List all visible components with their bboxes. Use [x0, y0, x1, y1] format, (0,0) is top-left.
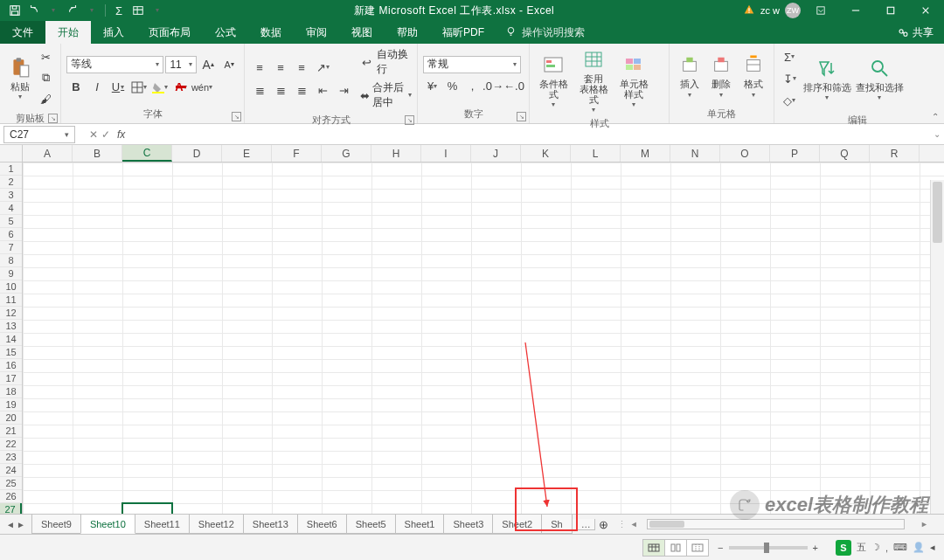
find-select-button[interactable]: 查找和选择▾: [855, 56, 904, 101]
column-header[interactable]: P: [770, 145, 820, 162]
row-header[interactable]: 20: [0, 411, 22, 425]
font-color-icon[interactable]: A▾: [171, 78, 191, 97]
orientation-icon[interactable]: ↗▾: [313, 58, 332, 77]
row-header[interactable]: 23: [0, 451, 22, 464]
sheet-tab[interactable]: Sheet10: [80, 515, 135, 534]
align-left-icon[interactable]: ≣: [250, 80, 269, 100]
tab-foxit[interactable]: 福昕PDF: [430, 21, 496, 44]
collapse-ribbon-icon[interactable]: ⌃: [932, 112, 939, 121]
row-header[interactable]: 14: [0, 333, 22, 346]
column-header[interactable]: B: [73, 145, 122, 162]
user-name[interactable]: zc w: [760, 5, 780, 16]
delete-cells-button[interactable]: 删除▾: [706, 52, 736, 98]
row-header[interactable]: 5: [0, 215, 22, 228]
number-launcher-icon[interactable]: ↘: [517, 112, 526, 121]
tab-layout[interactable]: 页面布局: [136, 21, 203, 44]
column-header[interactable]: M: [621, 145, 670, 162]
column-header[interactable]: I: [421, 145, 471, 162]
column-header[interactable]: G: [322, 145, 371, 162]
fx-cancel-icon[interactable]: ✕: [89, 128, 98, 141]
format-cells-button[interactable]: 格式▾: [739, 52, 768, 98]
column-header[interactable]: L: [571, 145, 621, 162]
row-header[interactable]: 9: [0, 267, 22, 280]
tab-help[interactable]: 帮助: [385, 21, 430, 44]
font-launcher-icon[interactable]: ↘: [232, 112, 241, 121]
redo-icon[interactable]: [65, 3, 80, 18]
row-header[interactable]: 1: [0, 162, 22, 176]
share-button[interactable]: 共享: [887, 21, 944, 44]
column-header[interactable]: J: [471, 145, 521, 162]
align-bottom-icon[interactable]: ≡: [292, 58, 311, 77]
row-header[interactable]: 17: [0, 372, 22, 385]
tab-file[interactable]: 文件: [0, 21, 45, 44]
ime-caret-icon[interactable]: ◂: [930, 542, 935, 553]
row-header[interactable]: 12: [0, 307, 22, 320]
tab-data[interactable]: 数据: [248, 21, 294, 44]
sheet-tab[interactable]: Sheet1: [395, 515, 445, 534]
column-header[interactable]: O: [720, 145, 770, 162]
row-header[interactable]: 22: [0, 438, 22, 451]
vertical-scrollbar[interactable]: [930, 180, 944, 534]
fill-button[interactable]: ↧▾: [780, 69, 799, 88]
font-name-select[interactable]: 等线▾: [66, 56, 163, 73]
zoom-in-icon[interactable]: +: [813, 543, 818, 553]
row-header[interactable]: 15: [0, 346, 22, 359]
italic-icon[interactable]: I: [87, 78, 107, 97]
percent-icon[interactable]: %: [443, 77, 462, 96]
align-top-icon[interactable]: ≡: [250, 58, 269, 77]
tab-home[interactable]: 开始: [45, 21, 91, 44]
clear-button[interactable]: ◇▾: [780, 91, 799, 110]
column-header[interactable]: Q: [820, 145, 870, 162]
page-layout-view-icon[interactable]: [664, 539, 687, 557]
currency-icon[interactable]: ¥▾: [423, 77, 441, 96]
user-avatar[interactable]: ZW: [785, 3, 801, 18]
clipboard-launcher-icon[interactable]: ↘: [48, 114, 58, 123]
autosum-icon[interactable]: Σ: [111, 3, 127, 18]
cell-styles-button[interactable]: 单元格样式▾: [615, 52, 652, 108]
sort-filter-button[interactable]: 排序和筛选▾: [802, 56, 851, 101]
phonetic-icon[interactable]: wén▾: [192, 78, 212, 97]
ime-moon-icon[interactable]: ☽: [871, 542, 880, 553]
tab-review[interactable]: 审阅: [294, 21, 339, 44]
autosum-button[interactable]: Σ▾: [780, 47, 799, 66]
format-as-table-button[interactable]: 套用 表格格式▾: [575, 47, 612, 114]
cut-icon[interactable]: ✂: [36, 47, 55, 66]
maximize-icon[interactable]: [876, 0, 906, 21]
sheet-tab[interactable]: Sheet11: [135, 515, 190, 534]
sheet-tab[interactable]: Sheet13: [243, 515, 298, 534]
wrap-text-button[interactable]: ↩自动换行: [358, 47, 412, 77]
tables-icon[interactable]: [130, 3, 146, 18]
insert-cells-button[interactable]: 插入▾: [675, 52, 705, 98]
row-header[interactable]: 26: [0, 490, 22, 503]
save-icon[interactable]: [7, 3, 23, 18]
new-sheet-button[interactable]: ⊕: [594, 518, 614, 531]
alignment-launcher-icon[interactable]: ↘: [405, 115, 414, 125]
cells-area[interactable]: [23, 162, 944, 534]
expand-formula-icon[interactable]: ⌄: [930, 129, 944, 139]
row-header[interactable]: 8: [0, 254, 22, 267]
column-header[interactable]: K: [521, 145, 571, 162]
tab-formulas[interactable]: 公式: [203, 21, 248, 44]
column-header[interactable]: C: [122, 145, 172, 162]
fx-icon[interactable]: fx: [114, 128, 128, 141]
row-header[interactable]: 16: [0, 359, 22, 372]
increase-font-icon[interactable]: A▴: [198, 55, 218, 74]
number-format-select[interactable]: 常规▾: [423, 56, 521, 73]
ime-user-icon[interactable]: 👤: [913, 542, 925, 553]
sheet-tab[interactable]: Sheet12: [189, 515, 244, 534]
tab-view[interactable]: 视图: [339, 21, 385, 44]
row-header[interactable]: 11: [0, 294, 22, 307]
sheet-tab[interactable]: Sheet5: [346, 515, 396, 534]
align-middle-icon[interactable]: ≡: [271, 58, 290, 77]
column-header[interactable]: N: [670, 145, 720, 162]
dec-decimal-icon[interactable]: ←.0: [504, 77, 524, 96]
paste-button[interactable]: 粘贴 ▾: [5, 55, 34, 100]
format-painter-icon[interactable]: 🖌: [36, 89, 55, 108]
row-header[interactable]: 7: [0, 241, 22, 254]
sheet-tab[interactable]: Sheet3: [443, 515, 493, 534]
column-header[interactable]: F: [272, 145, 322, 162]
row-header[interactable]: 19: [0, 398, 22, 411]
row-header[interactable]: 3: [0, 189, 22, 202]
row-header[interactable]: 10: [0, 280, 22, 294]
row-header[interactable]: 6: [0, 228, 22, 241]
